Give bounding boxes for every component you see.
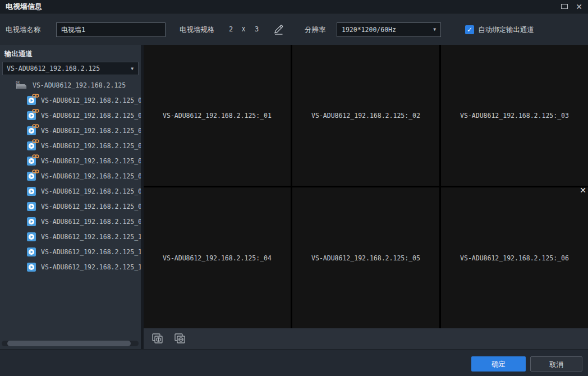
wall-name-input[interactable] <box>56 22 166 37</box>
tree-channel-item[interactable]: VS-ADU8612_192.168.2.125_05 <box>0 153 141 168</box>
device-select[interactable]: VS-ADU8612_192.168.2.125 ▼ <box>2 62 139 75</box>
screen-binding-label: VS-ADU8612_192.168.2.125:_04 <box>163 254 272 262</box>
spec-rows-value: 2 <box>229 14 233 45</box>
spec-cols-value: 3 <box>255 14 259 45</box>
channel-label: VS-ADU8612_192.168.2.125_11 <box>41 248 146 256</box>
wall-screen-cell[interactable]: VS-ADU8612_192.168.2.125:_04 <box>144 187 291 328</box>
channel-label: VS-ADU8612_192.168.2.125_03 <box>41 127 146 135</box>
wall-screen-cell[interactable]: VS-ADU8612_192.168.2.125:_02 <box>292 45 439 186</box>
channel-play-icon <box>27 202 36 211</box>
output-channel-header: 输出通道 <box>4 49 33 59</box>
channel-play-icon <box>27 217 36 226</box>
channel-play-icon <box>27 247 36 256</box>
channel-play-icon <box>27 141 36 150</box>
wall-screen-cell[interactable]: VS-ADU8612_192.168.2.125:_06 <box>441 187 588 328</box>
autobind-checkbox[interactable]: ✓ <box>465 25 474 34</box>
channel-play-icon <box>27 126 36 135</box>
link-badge-icon <box>32 123 39 129</box>
titlebar: 电视墙信息 ✕ <box>0 0 588 13</box>
wall-name-label: 电视墙名称 <box>6 14 41 45</box>
channel-label: VS-ADU8612_192.168.2.125_05 <box>41 157 146 165</box>
ok-button[interactable]: 确定 <box>471 356 526 372</box>
wall-screen-cell[interactable]: VS-ADU8612_192.168.2.125:_01 <box>144 45 291 186</box>
channel-label: VS-ADU8612_192.168.2.125_10 <box>41 233 146 241</box>
tree-channel-item[interactable]: VS-ADU8612_192.168.2.125_02 <box>0 108 141 123</box>
form-row: 电视墙名称 电视墙规格 2 X 3 分辨率 1920*1200/60Hz ▼ ✓… <box>0 14 588 45</box>
scrollbar-thumb[interactable] <box>7 341 131 346</box>
bind-all-button[interactable] <box>150 332 165 346</box>
link-badge-icon <box>32 108 39 113</box>
tree-channel-item[interactable]: VS-ADU8612_192.168.2.125_01 <box>0 93 141 108</box>
channel-play-icon <box>27 263 36 272</box>
chevron-down-icon: ▼ <box>433 23 436 36</box>
channel-label: VS-ADU8612_192.168.2.125_09 <box>41 218 146 226</box>
tree-device-node[interactable]: DX VS-ADU8612_192.168.2.125 <box>0 77 141 93</box>
remove-screen-icon[interactable]: ✕ <box>578 185 588 195</box>
tv-wall-dialog: 电视墙信息 ✕ 电视墙名称 电视墙规格 2 X 3 分辨率 1920*1200/… <box>0 0 588 376</box>
resolution-select[interactable]: 1920*1200/60Hz ▼ <box>337 22 441 37</box>
output-channel-panel: 输出通道 VS-ADU8612_192.168.2.125 ▼ DX VS-AD… <box>0 45 141 349</box>
screen-binding-label: VS-ADU8612_192.168.2.125:_02 <box>311 112 420 120</box>
channel-label: VS-ADU8612_192.168.2.125_12 <box>41 263 146 271</box>
link-badge-icon <box>32 93 39 98</box>
resolution-label: 分辨率 <box>305 14 326 45</box>
channel-label: VS-ADU8612_192.168.2.125_02 <box>41 112 146 120</box>
horizontal-scrollbar[interactable] <box>2 341 139 346</box>
tree-channel-item[interactable]: VS-ADU8612_192.168.2.125_07 <box>0 184 141 199</box>
channel-play-icon <box>27 96 36 105</box>
grid-toolbar <box>144 328 588 349</box>
wall-screen-cell[interactable]: VS-ADU8612_192.168.2.125:_03 <box>441 45 588 186</box>
link-badge-icon <box>32 154 39 159</box>
channel-label: VS-ADU8612_192.168.2.125_08 <box>41 203 146 210</box>
device-select-value: VS-ADU8612_192.168.2.125 <box>7 65 100 72</box>
restore-window-icon[interactable] <box>561 4 568 9</box>
tree-channel-item[interactable]: VS-ADU8612_192.168.2.125_03 <box>0 123 141 138</box>
tree-device-label: VS-ADU8612_192.168.2.125 <box>33 81 126 89</box>
pencil-icon <box>273 24 285 36</box>
cancel-button[interactable]: 取消 <box>530 356 582 372</box>
resolution-value: 1920*1200/60Hz <box>342 26 396 34</box>
tree-channel-item[interactable]: VS-ADU8612_192.168.2.125_04 <box>0 138 141 153</box>
tree-channel-item[interactable]: VS-ADU8612_192.168.2.125_12 <box>0 259 141 274</box>
tree-channel-item[interactable]: VS-ADU8612_192.168.2.125_11 <box>0 244 141 259</box>
screen-binding-label: VS-ADU8612_192.168.2.125:_03 <box>460 112 569 120</box>
wall-screen-cell[interactable]: VS-ADU8612_192.168.2.125:_05 <box>292 187 439 328</box>
chevron-down-icon: ▼ <box>131 62 134 76</box>
tree-channel-item[interactable]: VS-ADU8612_192.168.2.125_09 <box>0 214 141 229</box>
spec-x-separator: X <box>242 14 245 45</box>
channel-play-icon <box>27 157 36 166</box>
channel-label: VS-ADU8612_192.168.2.125_06 <box>41 172 146 180</box>
tree-channel-item[interactable]: VS-ADU8612_192.168.2.125_06 <box>0 168 141 184</box>
close-window-icon[interactable]: ✕ <box>576 0 582 13</box>
channel-play-icon <box>27 187 36 196</box>
channel-tree: DX VS-ADU8612_192.168.2.125 VS-ADU8612_1… <box>0 77 141 274</box>
channel-play-icon <box>27 172 36 181</box>
device-icon: DX <box>15 80 27 90</box>
bind-all-icon <box>150 332 165 346</box>
unbind-all-button[interactable] <box>173 332 187 346</box>
wall-spec-label: 电视墙规格 <box>180 14 215 45</box>
link-badge-icon <box>32 169 39 174</box>
screen-binding-label: VS-ADU8612_192.168.2.125:_06 <box>460 254 569 262</box>
unbind-all-icon <box>173 332 187 346</box>
link-badge-icon <box>32 139 39 144</box>
svg-text:DX: DX <box>16 80 20 84</box>
screen-binding-label: VS-ADU8612_192.168.2.125:_01 <box>163 112 272 120</box>
channel-label: VS-ADU8612_192.168.2.125_04 <box>41 142 146 150</box>
dialog-title: 电视墙信息 <box>6 0 42 13</box>
autobind-label[interactable]: 自动绑定输出通道 <box>478 14 534 45</box>
tree-channel-item[interactable]: VS-ADU8612_192.168.2.125_10 <box>0 229 141 244</box>
screen-binding-label: VS-ADU8612_192.168.2.125:_05 <box>311 254 420 262</box>
channel-play-icon <box>27 232 36 241</box>
channel-label: VS-ADU8612_192.168.2.125_07 <box>41 187 146 195</box>
channel-label: VS-ADU8612_192.168.2.125_01 <box>41 97 146 104</box>
tree-channel-item[interactable]: VS-ADU8612_192.168.2.125_08 <box>0 199 141 214</box>
channel-play-icon <box>27 111 36 120</box>
dialog-footer: 确定 取消 <box>0 349 588 376</box>
edit-spec-button[interactable] <box>273 24 285 36</box>
wall-grid: VS-ADU8612_192.168.2.125:_01 VS-ADU8612_… <box>144 45 588 328</box>
